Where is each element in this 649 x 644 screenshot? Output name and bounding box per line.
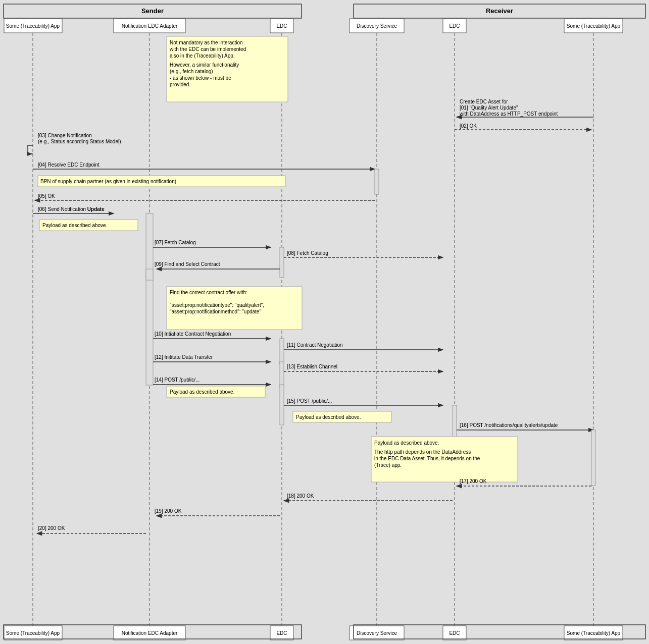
svg-text:The http path depends on the D: The http path depends on the DataAddress xyxy=(374,449,471,455)
msg10-label: [10] Intiatiate Contract Negotiation xyxy=(155,331,231,337)
header-edc-l: EDC xyxy=(276,23,287,29)
svg-rect-46 xyxy=(146,213,153,385)
svg-text:with the EDC can be implemente: with the EDC can be implemented xyxy=(169,46,246,52)
note-payload3: Payload as described above. xyxy=(296,414,361,420)
svg-rect-42 xyxy=(375,169,379,194)
msg09-label: [09] Find and Select Contract xyxy=(155,261,220,267)
svg-rect-69 xyxy=(591,430,595,486)
header-discovery: Discovery Service xyxy=(357,23,397,29)
svg-text:also in the (Traceability) App: also in the (Traceability) App. xyxy=(170,53,235,59)
svg-rect-52 xyxy=(146,269,153,280)
receiver-label: Receiver xyxy=(486,7,513,15)
msg07-label: [07] Fetch Catalog xyxy=(155,240,196,245)
footer-traceapp-l: Some (Traceability) App xyxy=(6,630,60,636)
svg-text:(e.g., Status according Status: (e.g., Status according Status Model) xyxy=(38,139,121,144)
svg-text:with DataAddress as HTTP_POST : with DataAddress as HTTP_POST endpoint xyxy=(459,111,558,117)
msg02-label: [02] OK xyxy=(460,123,477,129)
note-bpn: BPN of supply chain partner (as given in… xyxy=(40,179,176,184)
msg16-label: [16] POST /notifications/qualityalerts/u… xyxy=(460,422,558,428)
svg-rect-63 xyxy=(280,385,284,425)
header-edc-r: EDC xyxy=(449,23,460,29)
svg-text:provided.: provided. xyxy=(170,82,190,87)
footer-traceapp-r: Some (Traceability) App xyxy=(567,630,621,636)
msg08-label: [08] Fetch Catalog xyxy=(287,250,328,256)
header-notifedc: Notification EDC Adapter xyxy=(122,23,178,29)
svg-text:However, a similar functionali: However, a similar functionality xyxy=(170,62,239,68)
msg01-label: Create EDC Asset for xyxy=(460,99,508,104)
svg-text:- as shown below - must be: - as shown below - must be xyxy=(170,75,231,81)
msg04-label: [04] Resolve EDC Endpoint xyxy=(38,162,99,168)
msg05-label: [05] OK xyxy=(38,193,55,199)
header-traceapp-r: Some (Traceability) App xyxy=(567,23,621,29)
footer-edc-l: EDC xyxy=(276,630,287,636)
msg19-label: [19] 200 OK xyxy=(155,508,182,514)
note-payload4: Payload as described above. xyxy=(374,440,439,446)
svg-text:in the EDC Data Asset. Thus, i: in the EDC Data Asset. Thus, it depends … xyxy=(374,456,480,461)
note-payload1: Payload as described above. xyxy=(42,223,107,228)
svg-text:(Trace) app.: (Trace) app. xyxy=(374,462,402,468)
msg06-label: [06] Send Notification Update xyxy=(38,206,105,212)
sender-label: Sender xyxy=(141,7,164,15)
svg-rect-60 xyxy=(280,362,284,387)
footer-notifedc: Notification EDC Adapter xyxy=(122,630,178,636)
svg-text:(e.g., fetch catalog): (e.g., fetch catalog) xyxy=(170,69,213,74)
note1-text: Not mandatory as the interaction xyxy=(170,40,243,45)
diagram-container: Sender Receiver Some (Traceability) App … xyxy=(0,0,649,644)
msg13-label: [13] Establish Channel xyxy=(287,364,337,369)
svg-rect-57 xyxy=(280,339,284,364)
note-contract: Find the correct contract offer with: xyxy=(170,290,247,295)
svg-rect-13 xyxy=(0,0,649,644)
svg-text:"asset:prop:notificationtype":: "asset:prop:notificationtype": "qualitya… xyxy=(170,302,264,308)
svg-text:"asset:prop:notificationmethod: "asset:prop:notificationmethod": "update… xyxy=(170,309,261,314)
svg-rect-49 xyxy=(280,247,284,278)
note-payload2: Payload as described above. xyxy=(170,389,234,395)
footer-edc-r: EDC xyxy=(449,630,460,636)
msg14-label: [14] POST /public/... xyxy=(155,377,199,383)
msg18-label: [18] 200 OK xyxy=(287,493,314,499)
msg03-label: [03] Change Notification xyxy=(38,133,92,138)
header-traceapp-l: Some (Traceability) App xyxy=(6,23,60,29)
msg11-label: [11] Contract Negotiation xyxy=(287,342,343,348)
msg15-label: [15] POST /public/... xyxy=(287,398,332,404)
msg20-label: [20] 200 OK xyxy=(38,525,65,531)
msg17-label: [17] 200 OK xyxy=(460,478,487,484)
svg-text:[01] "Quality Alert Update": [01] "Quality Alert Update" xyxy=(460,105,518,111)
footer-discovery: Discovery Service xyxy=(357,630,397,636)
msg12-label: [12] Inititate Data Transfer xyxy=(155,354,213,360)
